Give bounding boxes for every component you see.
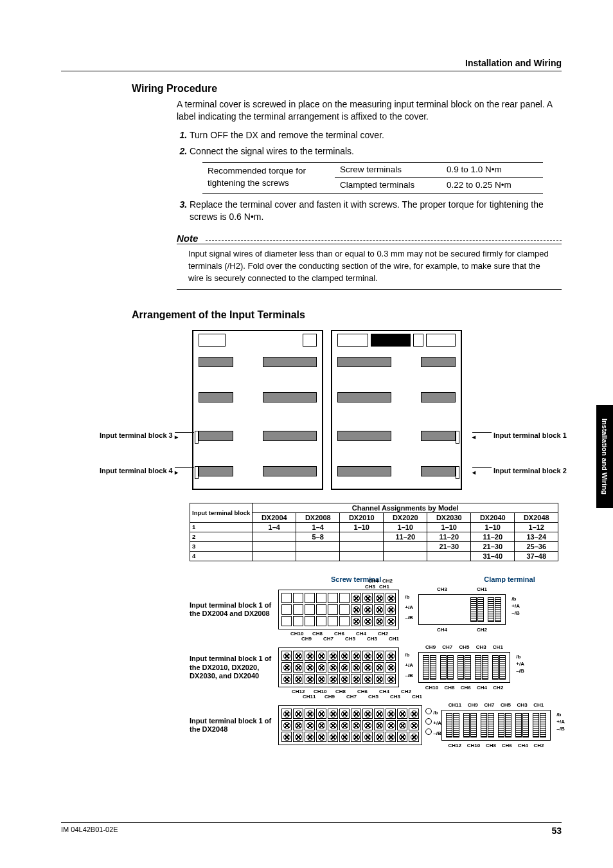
footer: IM 04L42B01-02E 53 bbox=[61, 822, 562, 836]
rear-panel-diagram: Input terminal block 3 Input terminal bl… bbox=[190, 330, 498, 490]
callout-block4: Input terminal block 4 bbox=[100, 467, 194, 476]
torque-table: Recommended torque for tightening the sc… bbox=[202, 162, 543, 194]
side-tab: Installation and Wiring bbox=[596, 405, 613, 508]
footer-code: IM 04L42B01-02E bbox=[61, 826, 118, 836]
header-section-title: Installation and Wiring bbox=[61, 58, 562, 71]
note-block: Note Input signal wires of diameter less… bbox=[177, 233, 562, 291]
clamp-header: Clamp terminal bbox=[484, 575, 535, 583]
step-1: Turn OFF the DX and remove the terminal … bbox=[190, 129, 562, 142]
wiring-heading: Wiring Procedure bbox=[132, 83, 562, 95]
arrangement-heading: Arrangement of the Input Terminals bbox=[132, 309, 562, 321]
page-number: 53 bbox=[551, 826, 562, 836]
wiring-intro: A terminal cover is screwed in place on … bbox=[177, 98, 562, 123]
callout-block1: Input terminal block 1 bbox=[472, 431, 567, 440]
terminal-group-3: Input terminal block 1 of the DX2048 CH1… bbox=[190, 705, 562, 745]
torque-label: Recommended torque for tightening the sc… bbox=[202, 162, 335, 193]
callout-block2: Input terminal block 2 bbox=[472, 467, 567, 476]
callout-block3: Input terminal block 3 bbox=[100, 431, 194, 440]
note-text: Input signal wires of diameter less than… bbox=[177, 248, 562, 291]
step-3: Replace the terminal cover and fasten it… bbox=[190, 199, 562, 224]
step-2: Connect the signal wires to the terminal… bbox=[190, 145, 562, 193]
channel-table: Input terminal block Channel Assignments… bbox=[190, 503, 558, 561]
terminal-group-1: Input terminal block 1 of the DX2004 and… bbox=[190, 590, 562, 629]
note-title: Note bbox=[177, 233, 203, 244]
terminal-group-2: Input terminal block 1 of the DX2010, DX… bbox=[190, 647, 562, 687]
